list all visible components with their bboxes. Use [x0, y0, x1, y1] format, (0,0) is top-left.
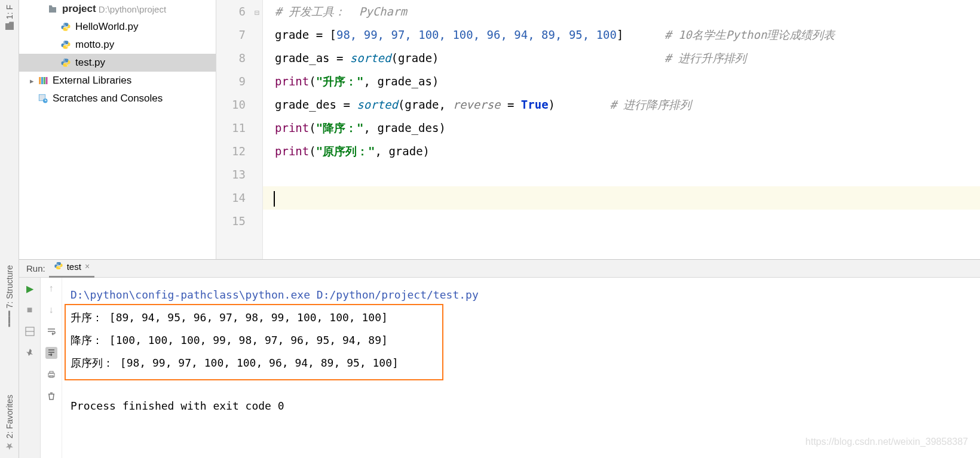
- code-line: [263, 210, 980, 233]
- tree-node-scratches[interactable]: Scratches and Consoles: [19, 90, 216, 107]
- tree-file-selected[interactable]: test.py: [19, 54, 216, 72]
- svg-point-4: [64, 59, 65, 60]
- python-file-icon: [54, 261, 63, 272]
- run-header: Run: test ×: [19, 260, 980, 278]
- chevron-right-icon: [26, 76, 37, 85]
- text-cursor: [274, 191, 275, 207]
- watermark: https://blog.csdn.net/weixin_39858387: [806, 431, 968, 453]
- run-tab[interactable]: test ×: [49, 260, 94, 278]
- svg-rect-7: [41, 77, 43, 84]
- console-line: 原序列： [98, 99, 97, 100, 100, 96, 94, 89, …: [71, 352, 972, 374]
- code-line: [263, 163, 980, 186]
- tree-label: Scratches and Consoles: [53, 93, 163, 104]
- sidebar-tab-label: 2: Favorites: [5, 395, 14, 438]
- line-number: 12: [232, 145, 246, 158]
- python-file-icon: [60, 57, 72, 69]
- tree-node-project[interactable]: project D:\python\project: [19, 0, 216, 18]
- svg-point-3: [67, 47, 68, 48]
- svg-rect-8: [44, 77, 45, 84]
- console-command: D:\python\config-pathclass\python.exe D:…: [71, 284, 972, 306]
- svg-rect-9: [46, 77, 48, 84]
- scroll-down-button[interactable]: ↓: [45, 304, 57, 316]
- star-icon: ★: [4, 441, 15, 452]
- python-file-icon: [60, 21, 72, 33]
- close-icon[interactable]: ×: [85, 262, 90, 271]
- code-line: print("原序列：", grade): [263, 140, 980, 163]
- svg-point-5: [67, 65, 68, 66]
- folder-icon: [47, 3, 59, 15]
- project-tree[interactable]: project D:\python\project HelloWorld.py …: [19, 0, 216, 259]
- code-line: print("升序：", grade_as): [263, 70, 980, 93]
- line-number: 9: [239, 75, 246, 88]
- tree-path: D:\python\project: [99, 4, 166, 14]
- line-number: 15: [232, 214, 246, 228]
- code-line: grade_des = sorted(grade, reverse = True…: [263, 93, 980, 116]
- code-line: # 开发工具： PyCharm: [263, 0, 980, 23]
- run-panel: Run: test × ▶ ■: [19, 259, 980, 458]
- pin-button[interactable]: [24, 347, 36, 359]
- code-editor[interactable]: ⊟6 7 8 9 10 11 12 13 14 15 # 开发工具： PyCha…: [216, 0, 980, 259]
- svg-point-1: [67, 29, 68, 30]
- delete-button[interactable]: [45, 390, 57, 402]
- scratches-icon: [37, 93, 49, 104]
- code-line: print("降序：", grade_des): [263, 116, 980, 140]
- run-controls-secondary: ↑ ↓: [41, 278, 62, 458]
- fold-icon[interactable]: ⊟: [251, 1, 259, 10]
- code-line-current: [263, 186, 980, 210]
- print-button[interactable]: [45, 368, 57, 380]
- sidebar-tab-label: 7: Structure: [5, 265, 14, 308]
- svg-rect-6: [39, 77, 41, 84]
- soft-wrap-button[interactable]: [45, 325, 57, 337]
- code-line: grade = [98, 99, 97, 100, 100, 96, 94, 8…: [263, 23, 980, 47]
- rerun-button[interactable]: ▶: [24, 282, 36, 294]
- left-tool-strip: 1: F 7: Structure ★ 2: Favorites: [0, 0, 19, 458]
- libraries-icon: [37, 75, 49, 87]
- structure-icon: [5, 311, 14, 327]
- run-controls-primary: ▶ ■: [19, 278, 41, 458]
- console-line: 降序： [100, 100, 100, 99, 98, 97, 96, 95, …: [71, 329, 972, 352]
- svg-point-2: [64, 41, 65, 42]
- svg-point-0: [64, 23, 65, 24]
- python-file-icon: [60, 39, 72, 51]
- tree-label: HelloWorld.py: [75, 21, 139, 33]
- line-number: 6: [239, 5, 246, 18]
- tree-file[interactable]: HelloWorld.py: [19, 18, 216, 36]
- run-tab-label: test: [67, 262, 81, 272]
- sidebar-tab-label: 1: F: [5, 5, 14, 19]
- line-number: 8: [239, 51, 246, 64]
- tree-label: test.py: [75, 57, 105, 69]
- line-number: 11: [232, 121, 246, 134]
- tree-file[interactable]: motto.py: [19, 36, 216, 54]
- console-exit: Process finished with exit code 0: [71, 395, 972, 417]
- layout-button[interactable]: [24, 325, 36, 337]
- tree-node-external[interactable]: External Libraries: [19, 72, 216, 90]
- code-line: grade_as = sorted(grade) # 进行升序排列: [263, 47, 980, 70]
- line-number: 14: [232, 191, 246, 204]
- folder-icon: [5, 21, 14, 30]
- code-lines[interactable]: # 开发工具： PyCharm grade = [98, 99, 97, 100…: [263, 0, 980, 259]
- tree-label: External Libraries: [53, 75, 131, 87]
- run-label: Run:: [26, 263, 45, 273]
- console-output[interactable]: D:\python\config-pathclass\python.exe D:…: [62, 278, 980, 458]
- tree-label: motto.py: [75, 39, 114, 51]
- line-number: 10: [232, 98, 246, 111]
- console-line: 升序： [89, 94, 95, 96, 97, 98, 99, 100, 10…: [71, 306, 972, 329]
- sidebar-tab-favorites[interactable]: ★ 2: Favorites: [2, 392, 16, 454]
- stop-button[interactable]: ■: [24, 304, 36, 316]
- sidebar-tab-project[interactable]: 1: F: [4, 2, 16, 32]
- scroll-up-button[interactable]: ↑: [45, 282, 57, 294]
- editor-gutter: ⊟6 7 8 9 10 11 12 13 14 15: [216, 0, 263, 259]
- tree-label: project: [62, 3, 96, 15]
- scroll-to-end-button[interactable]: [45, 347, 57, 359]
- line-number: 13: [232, 168, 246, 181]
- line-number: 7: [239, 28, 246, 41]
- svg-rect-15: [50, 371, 53, 373]
- sidebar-tab-structure[interactable]: 7: Structure: [4, 263, 16, 329]
